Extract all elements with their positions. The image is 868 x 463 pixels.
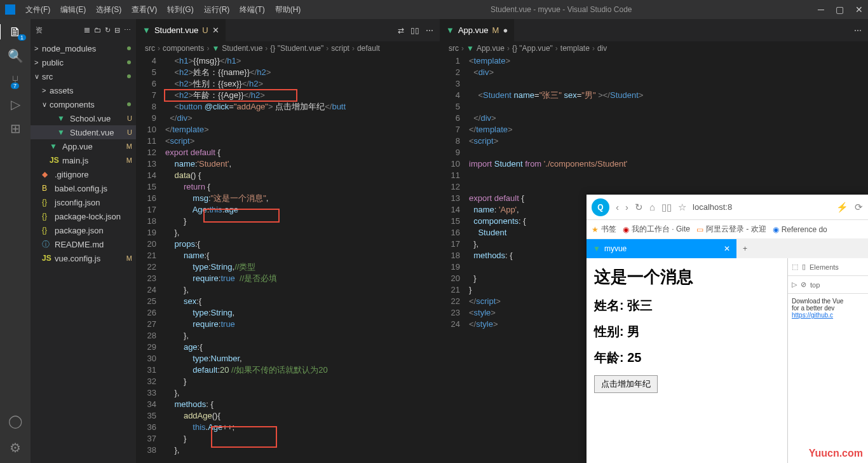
file-tree-item[interactable]: >assets (31, 83, 136, 97)
browser-tab-close-icon[interactable]: ✕ (724, 244, 730, 253)
tab-modified-mark: U (202, 25, 208, 35)
page-heading: 这是一个消息 (594, 266, 780, 288)
menu-select[interactable]: 选择(S) (92, 3, 125, 17)
tab-close-icon[interactable]: ✕ (212, 25, 219, 35)
file-tree-item[interactable]: {}package-lock.json (31, 209, 136, 223)
page-name: 姓名: 张三 (594, 297, 780, 314)
devtools-clear-icon[interactable]: ⊘ (801, 280, 806, 289)
menu-bar: 文件(F) 编辑(E) 选择(S) 查看(V) 转到(G) 运行(R) 终端(T… (22, 3, 304, 17)
extensions-icon[interactable]: ⊞ (8, 121, 23, 136)
maximize-icon[interactable]: ▢ (836, 4, 844, 15)
vue-icon: ▼ (142, 25, 151, 35)
breadcrumb-right[interactable]: src› ▼App.vue› {} "App.vue"› template› d… (440, 41, 868, 55)
options-icon[interactable]: ⟳ (855, 202, 863, 213)
menu-edit[interactable]: 编辑(E) (57, 3, 90, 17)
file-tree-item[interactable]: ∨src (31, 69, 136, 83)
settings-icon[interactable]: ⚙ (8, 440, 23, 455)
home-icon[interactable]: ⌂ (649, 202, 655, 212)
tab-modified-mark: M (492, 25, 499, 35)
tab-label: Student.vue (154, 25, 198, 35)
debug-icon[interactable]: ▷ (8, 97, 23, 112)
breadcrumb-left[interactable]: src› components› ▼Student.vue› {} "Stude… (136, 41, 440, 55)
devtools-context[interactable]: top (810, 281, 820, 289)
minimize-icon[interactable]: ─ (818, 4, 824, 15)
tab-app-vue[interactable]: ▼ App.vue M ● (440, 19, 514, 41)
back-icon[interactable]: ‹ (616, 202, 619, 212)
file-tree-item[interactable]: ▼Student.vueU (31, 125, 136, 139)
bookmark-item[interactable]: ◉ Reference do (773, 225, 827, 234)
file-tree-item[interactable]: ⓘREADME.md (31, 237, 136, 251)
tab-student-vue[interactable]: ▼ Student.vue U ✕ (136, 19, 226, 41)
file-tree-item[interactable]: JSmain.jsM (31, 153, 136, 167)
menu-terminal[interactable]: 终端(T) (236, 3, 268, 17)
browser-tab[interactable]: ▼ myvue ✕ (587, 239, 736, 258)
more-icon[interactable]: ⋯ (854, 26, 862, 35)
explorer-sidebar: 资 𝌆 🗀 ↻ ⊟ ⋯ >node_modules>public∨src>ass… (31, 19, 136, 463)
more-icon[interactable]: ⋯ (124, 26, 131, 34)
star-icon[interactable]: ☆ (678, 202, 686, 213)
vue-icon: ▼ (446, 25, 454, 35)
page-content: 这是一个消息 姓名: 张三 性别: 男 年龄: 25 点击增加年纪 (587, 258, 787, 463)
file-tree-item[interactable]: ∨components (31, 97, 136, 111)
url-bar[interactable]: localhost:8 (693, 202, 732, 212)
console-message: for a better dev (792, 305, 864, 312)
devtools: ⬚ ▯ Elements ▷ ⊘ top Download the Vue fo… (787, 258, 868, 463)
file-tree-item[interactable]: ▼App.vueM (31, 139, 136, 153)
activity-bar: 🗎1 🔍 ⑂7 ▷ ⊞ ◯ ⚙ (0, 19, 31, 463)
more-icon[interactable]: ⋯ (426, 26, 433, 35)
window-title: Student.vue - myvue - Visual Studio Code (304, 5, 818, 14)
devtools-play-icon[interactable]: ▷ (792, 280, 797, 289)
devtools-elements-tab[interactable]: Elements (810, 263, 839, 271)
file-tree-item[interactable]: >public (31, 55, 136, 69)
bookmark-item[interactable]: ★ 书签 (592, 224, 616, 235)
file-tree-item[interactable]: >node_modules (31, 41, 136, 55)
file-tree-item[interactable]: ▼School.vueU (31, 111, 136, 125)
menu-help[interactable]: 帮助(H) (271, 3, 305, 17)
browser-window: Q ‹ › ↻ ⌂ ▯▯ ☆ localhost:8 ⚡ ⟳ ★ 书签◉ 我的工… (587, 195, 868, 463)
scm-icon[interactable]: ⑂7 (8, 73, 23, 88)
explorer-title: 资 (36, 25, 43, 35)
compare-icon[interactable]: ⇄ (398, 26, 404, 35)
file-tree-item[interactable]: {}package.json (31, 223, 136, 237)
search-icon[interactable]: 🔍 (8, 48, 23, 64)
page-sex: 性别: 男 (594, 323, 780, 340)
editor-group-left: ▼ Student.vue U ✕ ⇄ ▯▯ ⋯ src› components… (136, 19, 440, 463)
bookmark-item[interactable]: ▭ 阿里云登录 - 欢迎 (696, 224, 766, 235)
menu-goto[interactable]: 转到(G) (163, 3, 197, 17)
browser-new-tab-icon[interactable]: + (736, 239, 754, 258)
menu-run[interactable]: 运行(R) (200, 3, 234, 17)
file-tree-item[interactable]: {}jsconfig.json (31, 195, 136, 209)
vue-icon: ▼ (593, 244, 600, 253)
account-icon[interactable]: ◯ (8, 413, 23, 429)
menu-file[interactable]: 文件(F) (22, 3, 54, 17)
new-folder-icon[interactable]: 🗀 (94, 26, 101, 34)
new-file-icon[interactable]: 𝌆 (84, 26, 90, 34)
vscode-icon (5, 4, 15, 15)
close-icon[interactable]: ✕ (855, 4, 863, 15)
titlebar: 文件(F) 编辑(E) 选择(S) 查看(V) 转到(G) 运行(R) 终端(T… (0, 0, 868, 19)
explorer-icon[interactable]: 🗎1 (0, 24, 30, 39)
watermark: Yuucn.com (809, 448, 863, 459)
tab-label: App.vue (458, 25, 489, 35)
split-icon[interactable]: ▯▯ (410, 26, 419, 35)
console-message: Download the Vue (792, 298, 864, 305)
forward-icon[interactable]: › (625, 202, 628, 212)
bookmark-item[interactable]: ◉ 我的工作台 · Gite (623, 224, 690, 235)
code-left[interactable]: 4567891011121314151617181920212223242526… (136, 55, 440, 463)
file-tree-item[interactable]: JSvue.config.jsM (31, 251, 136, 265)
reload-icon[interactable]: ↻ (635, 202, 643, 213)
browser-tab-label: myvue (604, 244, 627, 253)
collapse-icon[interactable]: ⊟ (114, 26, 120, 34)
console-link[interactable]: https://github.c (792, 312, 833, 319)
flash-icon[interactable]: ⚡ (836, 202, 848, 213)
devtools-select-icon[interactable]: ⬚ (792, 263, 798, 271)
minimap[interactable] (402, 55, 440, 463)
menu-view[interactable]: 查看(V) (128, 3, 161, 17)
file-tree-item[interactable]: Bbabel.config.js (31, 181, 136, 195)
reader-icon[interactable]: ▯▯ (661, 202, 672, 213)
file-tree: >node_modules>public∨src>assets∨componen… (31, 41, 136, 265)
file-tree-item[interactable]: ◆.gitignore (31, 167, 136, 181)
add-age-button[interactable]: 点击增加年纪 (594, 375, 658, 393)
refresh-icon[interactable]: ↻ (105, 26, 111, 34)
devtools-device-icon[interactable]: ▯ (802, 263, 806, 271)
